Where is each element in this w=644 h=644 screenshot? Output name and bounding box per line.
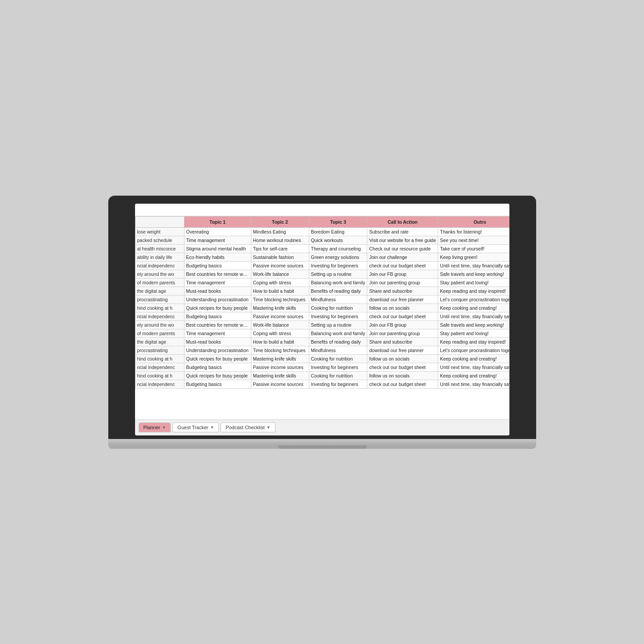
- cell-14-5[interactable]: Let's conquer procrastination together!: [438, 346, 509, 354]
- cell-10-1[interactable]: Budgeting basics: [184, 312, 251, 320]
- cell-14-3[interactable]: Mindfulness: [309, 346, 367, 354]
- cell-0-5[interactable]: Thanks for listening!: [438, 227, 509, 236]
- cell-4-1[interactable]: Budgeting basics: [184, 261, 251, 270]
- cell-8-5[interactable]: Let's conquer procrastination together!: [438, 295, 509, 304]
- cell-7-0[interactable]: the digital age: [135, 287, 184, 295]
- cell-0-4[interactable]: Subscribe and rate: [367, 227, 438, 236]
- cell-16-4[interactable]: check out our budget sheet: [367, 363, 438, 371]
- cell-10-5[interactable]: Until next time, stay financially savvy!: [438, 312, 509, 320]
- cell-7-2[interactable]: How to build a habit: [251, 287, 309, 295]
- cell-13-0[interactable]: the digital age: [135, 337, 184, 346]
- cell-16-2[interactable]: Passive income sources: [251, 363, 309, 371]
- cell-7-4[interactable]: Share and subscribe: [367, 287, 438, 295]
- cell-9-3[interactable]: Cooking for nutrition: [309, 304, 367, 312]
- cell-11-4[interactable]: Join our FB group: [367, 320, 438, 329]
- cell-4-0[interactable]: ncial independenc: [135, 261, 184, 270]
- cell-3-2[interactable]: Sustainable fashion: [251, 253, 309, 261]
- cell-6-3[interactable]: Balancing work and family: [309, 278, 367, 287]
- cell-2-5[interactable]: Take care of yourself!: [438, 244, 509, 253]
- cell-4-4[interactable]: check out our budget sheet: [367, 261, 438, 270]
- cell-1-1[interactable]: Time management: [184, 236, 251, 244]
- cell-18-4[interactable]: check out our budget sheet: [367, 380, 438, 388]
- cell-7-1[interactable]: Must-read books: [184, 287, 251, 295]
- cell-3-3[interactable]: Green energy solutions: [309, 253, 367, 261]
- cell-14-4[interactable]: download our free planner: [367, 346, 438, 354]
- cell-3-0[interactable]: ability in daily life: [135, 253, 184, 261]
- cell-1-5[interactable]: See you next time!: [438, 236, 509, 244]
- cell-5-1[interactable]: Best countries for remote work: [184, 270, 251, 278]
- cell-17-3[interactable]: Cooking for nutrition: [309, 371, 367, 380]
- cell-18-2[interactable]: Passive income sources: [251, 380, 309, 388]
- cell-0-1[interactable]: Overeating: [184, 227, 251, 236]
- cell-13-1[interactable]: Must-read books: [184, 337, 251, 346]
- cell-2-4[interactable]: Check out our resource guide: [367, 244, 438, 253]
- cell-14-1[interactable]: Understanding procrastination: [184, 346, 251, 354]
- tab-planner[interactable]: Planner ▼: [139, 422, 171, 432]
- cell-12-1[interactable]: Time management: [184, 329, 251, 337]
- cell-18-0[interactable]: ncial independenc: [135, 380, 184, 388]
- cell-17-2[interactable]: Mastering knife skills: [251, 371, 309, 380]
- cell-9-1[interactable]: Quick recipes for busy people: [184, 304, 251, 312]
- cell-5-5[interactable]: Safe travels and keep working!: [438, 270, 509, 278]
- cell-15-0[interactable]: hind cooking at h: [135, 354, 184, 363]
- cell-8-4[interactable]: download our free planner: [367, 295, 438, 304]
- cell-12-2[interactable]: Coping with stress: [251, 329, 309, 337]
- cell-10-0[interactable]: ncial independenc: [135, 312, 184, 320]
- cell-6-2[interactable]: Coping with stress: [251, 278, 309, 287]
- tab-guest-tracker[interactable]: Guest Tracker ▼: [172, 422, 219, 432]
- cell-13-5[interactable]: Keep reading and stay inspired!: [438, 337, 509, 346]
- cell-11-5[interactable]: Safe travels and keep working!: [438, 320, 509, 329]
- cell-12-0[interactable]: of modern parents: [135, 329, 184, 337]
- cell-18-5[interactable]: Until next time, stay financially savvy!: [438, 380, 509, 388]
- cell-5-0[interactable]: ely around the wo: [135, 270, 184, 278]
- cell-10-2[interactable]: Passive income sources: [251, 312, 309, 320]
- cell-12-4[interactable]: Join our parenting group: [367, 329, 438, 337]
- cell-15-5[interactable]: Keep cooking and creating!: [438, 354, 509, 363]
- cell-5-3[interactable]: Setting up a routine: [309, 270, 367, 278]
- cell-5-2[interactable]: Work-life balance: [251, 270, 309, 278]
- cell-8-0[interactable]: procrastinating: [135, 295, 184, 304]
- cell-17-5[interactable]: Keep cooking and creating!: [438, 371, 509, 380]
- cell-3-1[interactable]: Eco-friendly habits: [184, 253, 251, 261]
- cell-16-1[interactable]: Budgeting basics: [184, 363, 251, 371]
- cell-17-4[interactable]: follow us on socials: [367, 371, 438, 380]
- tab-podcast-checklist[interactable]: Podcast Checklist ▼: [221, 422, 275, 432]
- cell-8-1[interactable]: Understanding procrastination: [184, 295, 251, 304]
- cell-5-4[interactable]: Join our FB group: [367, 270, 438, 278]
- cell-2-3[interactable]: Therapy and counseling: [309, 244, 367, 253]
- cell-15-3[interactable]: Cooking for nutrition: [309, 354, 367, 363]
- cell-15-2[interactable]: Mastering knife skills: [251, 354, 309, 363]
- cell-2-2[interactable]: Tips for self-care: [251, 244, 309, 253]
- cell-12-5[interactable]: Stay patient and loving!: [438, 329, 509, 337]
- cell-7-5[interactable]: Keep reading and stay inspired!: [438, 287, 509, 295]
- cell-13-3[interactable]: Benefits of reading daily: [309, 337, 367, 346]
- cell-8-2[interactable]: Time blocking techniques: [251, 295, 309, 304]
- cell-2-1[interactable]: Stigma around mental health: [184, 244, 251, 253]
- cell-7-3[interactable]: Benefits of reading daily: [309, 287, 367, 295]
- cell-18-1[interactable]: Budgeting basics: [184, 380, 251, 388]
- cell-0-0[interactable]: lose weight: [135, 227, 184, 236]
- cell-10-4[interactable]: check out our budget sheet: [367, 312, 438, 320]
- cell-17-0[interactable]: hind cooking at h: [135, 371, 184, 380]
- cell-12-3[interactable]: Balancing work and family: [309, 329, 367, 337]
- cell-4-2[interactable]: Passive income sources: [251, 261, 309, 270]
- cell-3-4[interactable]: Join our challenge: [367, 253, 438, 261]
- cell-11-0[interactable]: ely around the wo: [135, 320, 184, 329]
- cell-1-0[interactable]: packed schedule: [135, 236, 184, 244]
- cell-4-3[interactable]: Investing for beginners: [309, 261, 367, 270]
- cell-18-3[interactable]: Investing for beginners: [309, 380, 367, 388]
- cell-11-3[interactable]: Setting up a routine: [309, 320, 367, 329]
- cell-8-3[interactable]: Mindfulness: [309, 295, 367, 304]
- cell-9-0[interactable]: hind cooking at h: [135, 304, 184, 312]
- cell-9-4[interactable]: follow us on socials: [367, 304, 438, 312]
- cell-14-2[interactable]: Time blocking techniques: [251, 346, 309, 354]
- cell-1-4[interactable]: Visit our website for a free guide: [367, 236, 438, 244]
- cell-1-3[interactable]: Quick workouts: [309, 236, 367, 244]
- cell-13-4[interactable]: Share and subscribe: [367, 337, 438, 346]
- cell-6-5[interactable]: Stay patient and loving!: [438, 278, 509, 287]
- cell-13-2[interactable]: How to build a habit: [251, 337, 309, 346]
- cell-6-1[interactable]: Time management: [184, 278, 251, 287]
- cell-0-2[interactable]: Mindless Eating: [251, 227, 309, 236]
- cell-0-3[interactable]: Boredom Eating: [309, 227, 367, 236]
- cell-6-4[interactable]: Join our parenting group: [367, 278, 438, 287]
